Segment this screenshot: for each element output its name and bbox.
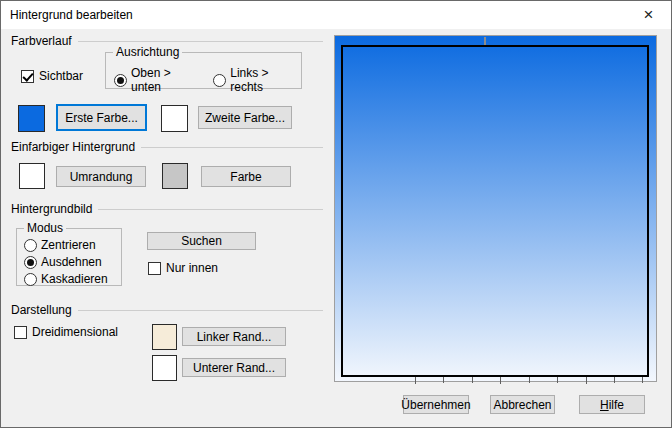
umrandung-color-swatch	[19, 163, 45, 189]
sichtbar-row: Sichtbar	[21, 69, 83, 83]
section-title: Darstellung	[11, 303, 72, 317]
farbe-color-swatch	[162, 163, 188, 189]
edit-background-dialog: Hintergrund bearbeiten × Farbverlauf Sic…	[0, 0, 672, 428]
section-header-darstellung: Darstellung	[11, 303, 323, 317]
ausrichtung-groupbox: Ausrichtung Oben > unten Links > rechts	[105, 52, 302, 89]
section-title: Hintergrundbild	[11, 202, 92, 216]
preview-axis-tick	[443, 377, 444, 383]
radio-ausdehnen-label[interactable]: Ausdehnen	[41, 255, 102, 269]
hilfe-button[interactable]: Hilfe	[579, 395, 645, 414]
modus-option-row: Ausdehnen	[24, 255, 121, 269]
preview-plot-frame	[341, 45, 649, 377]
dreidimensional-checkbox[interactable]	[14, 326, 27, 339]
radio-oben-unten[interactable]	[114, 74, 127, 87]
modus-label: Modus	[24, 221, 66, 235]
farbe-button[interactable]: Farbe	[201, 166, 291, 187]
section-divider	[78, 310, 323, 311]
radio-kaskadieren-label[interactable]: Kaskadieren	[41, 272, 108, 286]
ausrichtung-options: Oben > unten Links > rechts	[106, 53, 301, 94]
section-divider	[98, 209, 323, 210]
hilfe-rest: ilfe	[609, 398, 624, 412]
section-title: Farbverlauf	[11, 34, 72, 48]
uebernehmen-button-label: Übernehmen	[401, 398, 470, 412]
window-title: Hintergrund bearbeiten	[10, 8, 133, 22]
abbrechen-button[interactable]: Abbrechen	[490, 395, 555, 414]
radio-links-rechts[interactable]	[213, 74, 226, 87]
preview-axis-tick	[642, 377, 643, 383]
second-color-swatch	[161, 105, 188, 132]
radio-ausdehnen[interactable]	[24, 256, 37, 269]
preview-axis-tick	[500, 377, 501, 384]
preview-axis-tick	[472, 377, 473, 383]
nur-innen-checkbox[interactable]	[148, 262, 161, 275]
hilfe-mnemonic: H	[600, 398, 609, 412]
dreidimensional-row: Dreidimensional	[14, 325, 118, 339]
nur-innen-label[interactable]: Nur innen	[166, 261, 218, 275]
section-header-einfarbig: Einfarbiger Hintergrund	[11, 140, 323, 154]
section-header-hintergrundbild: Hintergrundbild	[11, 202, 323, 216]
erste-farbe-button-label: Erste Farbe...	[65, 111, 138, 125]
background-preview	[334, 35, 657, 382]
close-icon: ×	[644, 5, 654, 25]
ausrichtung-label: Ausrichtung	[113, 45, 182, 59]
radio-kaskadieren[interactable]	[24, 273, 37, 286]
linker-rand-button[interactable]: Linker Rand...	[182, 327, 286, 346]
erste-farbe-button[interactable]: Erste Farbe...	[56, 104, 147, 131]
umrandung-button-label: Umrandung	[70, 170, 133, 184]
radio-oben-unten-label[interactable]: Oben > unten	[131, 66, 201, 94]
preview-axis-tick	[529, 377, 530, 383]
modus-option-row: Kaskadieren	[24, 272, 121, 286]
nur-innen-row: Nur innen	[148, 261, 218, 275]
section-title: Einfarbiger Hintergrund	[11, 140, 135, 154]
first-color-swatch	[18, 105, 45, 132]
hilfe-button-label: Hilfe	[600, 398, 624, 412]
unterer-rand-button-label: Unterer Rand...	[193, 361, 275, 375]
uebernehmen-button[interactable]: Übernehmen	[403, 395, 469, 414]
modus-groupbox: Modus Zentrieren Ausdehnen Kaskadieren	[16, 228, 122, 286]
farbe-button-label: Farbe	[230, 170, 261, 184]
preview-axis-tick	[614, 377, 615, 383]
modus-options: Zentrieren Ausdehnen Kaskadieren	[17, 229, 121, 286]
dreidimensional-label[interactable]: Dreidimensional	[32, 325, 118, 339]
close-button[interactable]: ×	[626, 1, 671, 29]
zweite-farbe-button-label: Zweite Farbe...	[205, 111, 285, 125]
preview-axis-tick	[415, 377, 416, 384]
preview-axis-tick	[586, 377, 587, 384]
umrandung-button[interactable]: Umrandung	[56, 166, 146, 187]
unterer-rand-color-swatch	[152, 355, 177, 381]
section-divider	[78, 41, 323, 42]
titlebar: Hintergrund bearbeiten	[1, 1, 671, 29]
zweite-farbe-button[interactable]: Zweite Farbe...	[198, 106, 292, 129]
abbrechen-button-label: Abbrechen	[493, 398, 551, 412]
modus-option-row: Zentrieren	[24, 238, 121, 252]
radio-zentrieren-label[interactable]: Zentrieren	[41, 238, 96, 252]
sichtbar-label[interactable]: Sichtbar	[39, 69, 83, 83]
sichtbar-checkbox[interactable]	[21, 70, 34, 83]
radio-links-rechts-label[interactable]: Links > rechts	[230, 66, 301, 94]
linker-rand-button-label: Linker Rand...	[197, 330, 272, 344]
section-divider	[141, 147, 323, 148]
unterer-rand-button[interactable]: Unterer Rand...	[182, 358, 286, 377]
radio-zentrieren[interactable]	[24, 239, 37, 252]
preview-axis-tick	[557, 377, 558, 383]
suchen-button[interactable]: Suchen	[147, 232, 256, 250]
suchen-button-label: Suchen	[181, 234, 222, 248]
linker-rand-color-swatch	[152, 324, 177, 350]
